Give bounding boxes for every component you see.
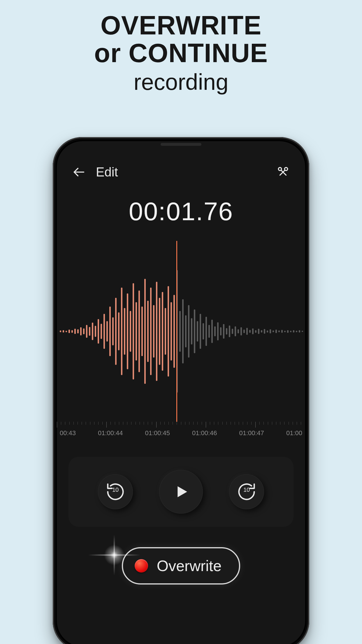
waveform-bar	[302, 331, 303, 332]
rewind-10-button[interactable]: 10	[98, 474, 133, 509]
timeline-ruler[interactable]: 00:4301:00:4401:00:4501:00:4601:00:4701:…	[57, 422, 305, 445]
waveform-bar	[217, 322, 219, 340]
waveform-bar	[133, 283, 134, 379]
rewind-seconds-label: 10	[112, 487, 119, 493]
waveform-bar	[77, 329, 79, 333]
waveform-bar	[68, 330, 70, 333]
waveform-bar	[258, 329, 259, 334]
waveform-bar	[74, 329, 76, 334]
waveform-bar	[106, 321, 108, 342]
waveform-bar	[197, 321, 198, 342]
waveform-bar	[112, 317, 114, 345]
waveform-bar	[138, 290, 140, 372]
ruler-label: 01:00:45	[145, 429, 170, 437]
waveform-bar	[293, 330, 294, 332]
waveform-bar	[208, 325, 210, 338]
app-bar: Edit	[57, 141, 305, 185]
overwrite-container: Overwrite	[57, 547, 305, 584]
waveform-bar	[205, 317, 207, 346]
overwrite-button[interactable]: Overwrite	[122, 547, 240, 584]
marketing-headline: OVERWRITE or CONTINUE recording	[0, 0, 362, 96]
waveform-bar	[179, 311, 181, 352]
waveform-bar	[60, 330, 61, 332]
waveform-bar	[232, 329, 233, 334]
ruler-label: 00:43	[60, 429, 76, 437]
waveform-bar	[115, 298, 117, 365]
waveform-bar	[89, 327, 90, 336]
waveform-bar	[171, 302, 172, 360]
forward-seconds-label: 10	[243, 487, 250, 493]
ruler-label: 01:00:46	[192, 429, 217, 437]
back-button[interactable]	[70, 163, 88, 181]
waveform-bar	[153, 305, 154, 358]
waveform-bar	[249, 330, 251, 333]
play-icon	[173, 484, 189, 500]
headline-bold-line1: OVERWRITE	[0, 12, 362, 39]
waveform-bar	[296, 331, 297, 332]
waveform-bar	[299, 330, 300, 332]
waveform-bar	[240, 327, 242, 335]
ruler-label: 01:00	[286, 429, 302, 437]
headline-bold-line2: or CONTINUE	[0, 39, 362, 67]
waveform-bar	[121, 288, 122, 375]
waveform-bar	[118, 312, 120, 350]
playhead[interactable]	[176, 241, 177, 422]
waveform-bar	[188, 305, 189, 358]
waveform-bar	[159, 298, 160, 365]
waveform-bar	[156, 282, 157, 381]
trim-button[interactable]	[274, 163, 292, 181]
waveform-bar	[136, 302, 137, 360]
waveform-bar	[211, 320, 213, 343]
waveform-bar	[185, 315, 187, 347]
waveform-bar	[194, 309, 195, 353]
waveform-bar	[86, 325, 87, 338]
waveform-bar	[238, 329, 239, 333]
waveform-bar	[284, 331, 286, 332]
waveform-bar	[150, 288, 152, 375]
waveform-bar	[92, 323, 93, 340]
waveform-bar	[95, 326, 96, 337]
waveform-bar	[63, 330, 64, 332]
waveform-bar	[261, 330, 262, 332]
waveform-bar	[103, 314, 105, 349]
waveform-bar	[147, 301, 149, 362]
waveform-bar	[168, 286, 169, 377]
headline-light: recording	[0, 69, 362, 96]
ruler-label: 01:00:44	[98, 429, 123, 437]
waveform-area[interactable]	[57, 241, 305, 422]
playback-controls: 10 10	[68, 457, 294, 527]
waveform-bar	[200, 314, 201, 349]
phone-screen: Edit 00:01.76 00:4301:00:4401:00:4501:00…	[57, 141, 305, 644]
waveform-bar	[141, 307, 143, 356]
waveform-bar	[98, 319, 99, 344]
waveform-bar	[162, 292, 163, 371]
waveform-bar	[191, 318, 192, 344]
svg-marker-5	[178, 486, 187, 497]
appbar-title: Edit	[96, 165, 274, 179]
waveform-bar	[287, 330, 289, 333]
forward-10-button[interactable]: 10	[229, 474, 264, 509]
waveform-bar	[173, 295, 175, 368]
waveform-bar	[264, 329, 265, 334]
waveform-bar	[165, 308, 166, 355]
waveform-bar	[182, 299, 184, 363]
waveform-bar	[220, 327, 222, 335]
ruler-ticks	[57, 422, 305, 430]
play-button[interactable]	[159, 470, 203, 514]
waveform-bar	[80, 327, 82, 335]
waveform-bar	[101, 324, 102, 339]
waveform-bar	[275, 330, 277, 333]
phone-mockup: Edit 00:01.76 00:4301:00:4401:00:4501:00…	[53, 137, 309, 644]
waveform-bar	[124, 308, 125, 355]
record-icon	[135, 559, 148, 573]
waveform-bar	[278, 330, 280, 332]
waveform-bar	[109, 307, 111, 356]
waveform-bar	[214, 326, 216, 336]
waveform-bar	[273, 330, 274, 332]
waveform-bar	[267, 330, 268, 332]
waveform-bar	[281, 330, 283, 333]
waveform-bar	[83, 328, 85, 334]
waveform-bar	[144, 279, 146, 384]
ruler-label: 01:00:47	[239, 429, 264, 437]
waveform-bar	[243, 330, 245, 333]
